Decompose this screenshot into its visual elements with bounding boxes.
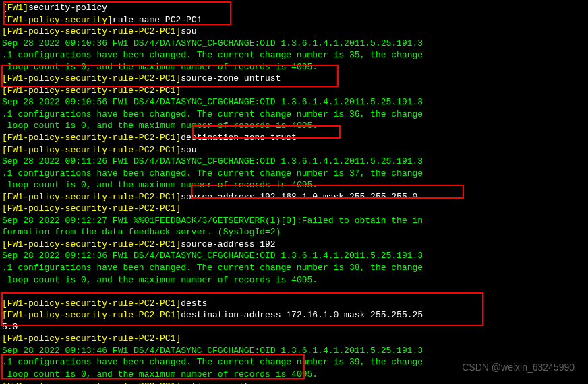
command: rule name PC2-PC1 xyxy=(113,15,202,25)
terminal-line: loop count is 0, and the maximum number … xyxy=(2,61,586,73)
prompt: [FW1-policy-security-rule-PC2-PC1] xyxy=(2,239,181,249)
prompt: [FW1-policy-security-rule-PC2-PC1] xyxy=(2,381,181,385)
command: source-zone untrust xyxy=(181,73,281,84)
terminal-line: .1 configurations have been changed. The… xyxy=(2,108,586,121)
terminal-line: [FW1-policy-security-rule-PC2-PC1]source… xyxy=(2,238,586,251)
command: source-address 192 xyxy=(181,239,275,249)
prompt: [FW1-policy-security-rule-PC2-PC1] xyxy=(2,298,181,309)
terminal-line: [FW1-policy-security-rule-PC2-PC1]dests xyxy=(2,298,586,310)
prompt: [FW1-policy-security-rule-PC2-PC1] xyxy=(2,26,181,36)
prompt: [FW1-policy-security-rule-PC2-PC1] xyxy=(2,86,181,96)
terminal-line: Sep 28 2022 09:13:46 FW1 DS/4/DATASYNC_C… xyxy=(2,345,586,357)
terminal-line: Sep 28 2022 09:10:36 FW1 DS/4/DATASYNC_C… xyxy=(2,38,586,50)
prompt: [FW1-policy-security-rule-PC2-PC1] xyxy=(2,73,181,84)
terminal-line: Sep 28 2022 09:10:56 FW1 DS/4/DATASYNC_C… xyxy=(2,96,586,108)
terminal-line: Sep 28 2022 09:11:26 FW1 DS/4/DATASYNC_C… xyxy=(2,156,586,168)
terminal-line: [FW1-policy-security-rule-PC2-PC1] xyxy=(2,203,586,215)
terminal-line: Sep 28 2022 09:12:27 FW1 %%01FEEDBACK/3/… xyxy=(2,215,586,227)
command: sou xyxy=(181,145,196,155)
terminal-line xyxy=(2,286,586,298)
command: action permit xyxy=(181,381,249,385)
prompt: [FW1-policy-security-rule-PC2-PC1] xyxy=(2,145,181,155)
terminal-line: Sep 28 2022 09:12:36 FW1 DS/4/DATASYNC_C… xyxy=(2,250,586,262)
prompt: [FW1-policy-security-rule-PC2-PC1] xyxy=(2,192,181,202)
terminal-line: [FW1-policy-security-rule-PC2-PC1]sou xyxy=(2,144,586,156)
prompt: [FW1-policy-security-rule-PC2-PC1] xyxy=(2,203,181,214)
terminal-line: [FW1-policy-security-rule-PC2-PC1] xyxy=(2,333,586,345)
terminal-line: [FW1-policy-security-rule-PC2-PC1]action… xyxy=(2,381,586,385)
terminal-line: .1 configurations have been changed. The… xyxy=(2,168,586,180)
prompt: [FW1-policy-security-rule-PC2-PC1] xyxy=(2,333,181,344)
terminal-line: [FW1-policy-security-rule-PC2-PC1]source… xyxy=(2,191,586,203)
command: security-policy xyxy=(28,3,107,13)
command: destination-zone trust xyxy=(181,133,297,143)
command: source-address 192.168.1.0 mask 255.255.… xyxy=(181,192,417,202)
terminal-line: formation from the data feedback server.… xyxy=(2,226,586,238)
watermark: CSDN @weixin_63245990 xyxy=(462,361,575,374)
terminal-line: [FW1-policy-security-rule-PC2-PC1]source… xyxy=(2,73,586,85)
terminal-output[interactable]: [FW1]security-policy[FW1-policy-security… xyxy=(2,2,586,384)
command: sou xyxy=(181,26,196,36)
terminal-line: .1 configurations have been changed. The… xyxy=(2,49,586,61)
terminal-line: [FW1-policy-security]rule name PC2-PC1 xyxy=(2,14,586,26)
terminal-line: loop count is 0, and the maximum number … xyxy=(2,179,586,191)
terminal-line: 5.0 xyxy=(2,321,586,333)
prompt: [FW1] xyxy=(2,3,28,13)
prompt: [FW1-policy-security-rule-PC2-PC1] xyxy=(2,133,181,143)
terminal-line: [FW1-policy-security-rule-PC2-PC1]destin… xyxy=(2,309,586,321)
terminal-line: loop count is 0, and the maximum number … xyxy=(2,274,586,286)
prompt: [FW1-policy-security] xyxy=(2,15,113,25)
prompt: [FW1-policy-security-rule-PC2-PC1] xyxy=(2,310,181,320)
terminal-line: [FW1-policy-security-rule-PC2-PC1]sou xyxy=(2,26,586,38)
terminal-line: [FW1-policy-security-rule-PC2-PC1] xyxy=(2,85,586,97)
terminal-line: loop count is 0, and the maximum number … xyxy=(2,120,586,132)
command: destination-address 172.16.1.0 mask 255.… xyxy=(181,310,423,320)
terminal-line: .1 configurations have been changed. The… xyxy=(2,262,586,274)
command: dests xyxy=(181,298,207,309)
terminal-line: [FW1-policy-security-rule-PC2-PC1]destin… xyxy=(2,132,586,144)
terminal-line: [FW1]security-policy xyxy=(2,2,586,14)
